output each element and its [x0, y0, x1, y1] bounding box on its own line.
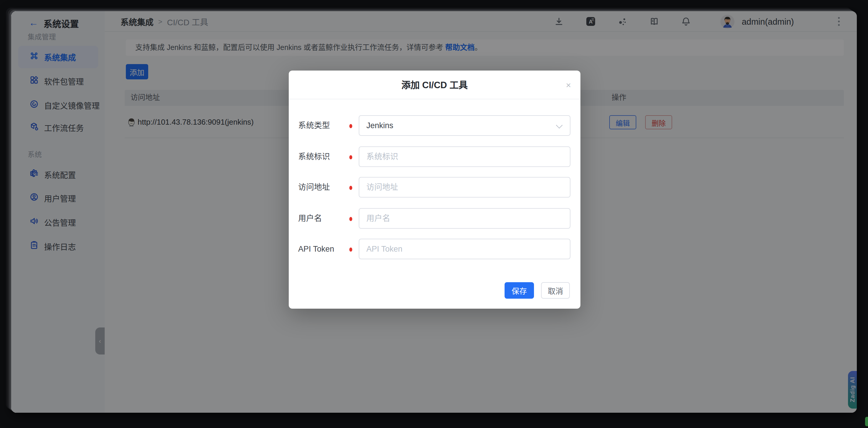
field-label: 访问地址	[298, 177, 330, 198]
field-label: 系统标识	[298, 146, 330, 167]
system-id-input[interactable]	[359, 147, 570, 166]
system-id-field-wrap	[359, 146, 570, 167]
field-label: API Token	[298, 239, 334, 259]
system-type-select[interactable]: Jenkins	[359, 115, 570, 136]
field-label: 系统类型	[298, 115, 330, 136]
required-dot	[349, 186, 352, 190]
required-dot	[349, 155, 352, 159]
field-row-username: 用户名	[289, 208, 581, 229]
cancel-button[interactable]: 取消	[541, 282, 570, 299]
field-row-system-type: 系统类型 Jenkins	[289, 115, 581, 136]
field-row-system-id: 系统标识	[289, 146, 581, 167]
app-window: ← 系统设置 集成管理 系统集成 软件包管理 自定义镜像管	[11, 11, 857, 413]
api-token-field-wrap	[359, 239, 570, 259]
required-dot	[349, 124, 352, 128]
address-field-wrap	[359, 177, 570, 198]
address-input[interactable]	[359, 177, 570, 197]
modal-title: 添加 CI/CD 工具	[289, 71, 581, 99]
select-value[interactable]: Jenkins	[359, 116, 570, 135]
desktop-corner-accent	[865, 417, 868, 426]
field-row-address: 访问地址	[289, 177, 581, 198]
modal-header: 添加 CI/CD 工具 ×	[289, 71, 581, 99]
add-cicd-tool-modal: 添加 CI/CD 工具 × 系统类型 Jenkins 系统标识 访问地址	[289, 71, 581, 309]
field-row-api-token: API Token	[289, 239, 581, 259]
username-input[interactable]	[359, 209, 570, 228]
save-button[interactable]: 保存	[504, 282, 534, 299]
field-label: 用户名	[298, 208, 322, 229]
username-field-wrap	[359, 208, 570, 229]
api-token-input[interactable]	[359, 239, 570, 259]
required-dot	[349, 248, 352, 252]
required-dot	[349, 217, 352, 221]
screen: ← 系统设置 集成管理 系统集成 软件包管理 自定义镜像管	[0, 0, 868, 428]
close-icon[interactable]: ×	[566, 71, 571, 99]
